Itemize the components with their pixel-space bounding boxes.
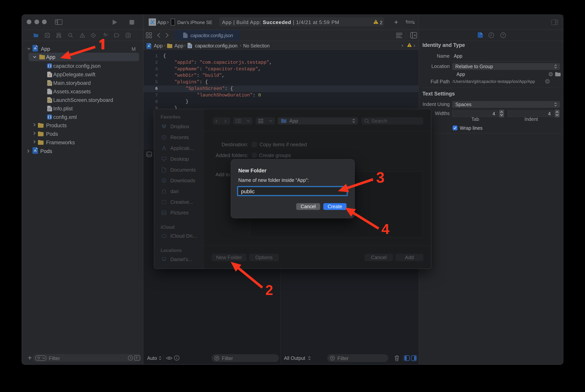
svg-text:3: 3 — [376, 169, 384, 186]
svg-text:4: 4 — [381, 221, 390, 237]
svg-text:2: 2 — [265, 282, 273, 298]
